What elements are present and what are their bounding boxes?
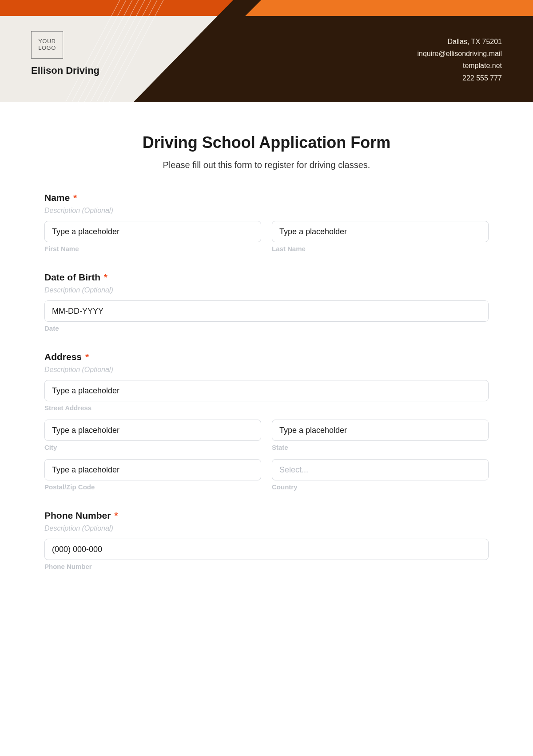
name-label: Name * (44, 192, 489, 203)
contact-phone: 222 555 777 (417, 72, 502, 84)
phone-label: Phone Number * (44, 510, 489, 521)
section-dob: Date of Birth * Description (Optional) D… (44, 272, 489, 332)
required-mark: * (73, 192, 77, 203)
required-mark: * (104, 272, 107, 282)
section-phone: Phone Number * Description (Optional) Ph… (44, 510, 489, 570)
page-header: YOUR LOGO Ellison Driving Dallas, TX 752… (0, 0, 533, 102)
dob-sublabel: Date (44, 324, 489, 332)
contact-website: template.net (417, 60, 502, 72)
name-label-text: Name (44, 192, 70, 203)
last-name-input[interactable] (272, 221, 489, 242)
first-name-input[interactable] (44, 221, 261, 242)
address-description: Description (Optional) (44, 366, 489, 374)
street-address-input[interactable] (44, 380, 489, 401)
dob-label-text: Date of Birth (44, 272, 100, 282)
section-address: Address * Description (Optional) Street … (44, 352, 489, 491)
city-sublabel: City (44, 444, 261, 451)
logo-block: YOUR LOGO Ellison Driving (31, 31, 99, 76)
postal-sublabel: Postal/Zip Code (44, 483, 261, 491)
dob-description: Description (Optional) (44, 286, 489, 294)
section-name: Name * Description (Optional) First Name… (44, 192, 489, 252)
first-name-sublabel: First Name (44, 245, 261, 252)
contact-address: Dallas, TX 75201 (417, 36, 502, 48)
name-description: Description (Optional) (44, 207, 489, 215)
address-label: Address * (44, 352, 489, 362)
state-input[interactable] (272, 420, 489, 441)
contact-info: Dallas, TX 75201 inquire@ellisondriving.… (417, 36, 502, 84)
form-subtitle: Please fill out this form to register fo… (44, 160, 489, 170)
country-sublabel: Country (272, 483, 489, 491)
form-title: Driving School Application Form (44, 133, 489, 152)
dob-input[interactable] (44, 300, 489, 322)
last-name-sublabel: Last Name (272, 245, 489, 252)
address-label-text: Address (44, 352, 82, 362)
street-sublabel: Street Address (44, 404, 489, 412)
postal-input[interactable] (44, 459, 261, 480)
logo-placeholder: YOUR LOGO (31, 31, 63, 59)
required-mark: * (85, 352, 89, 362)
phone-description: Description (Optional) (44, 524, 489, 532)
country-select[interactable]: Select... (272, 459, 489, 480)
phone-sublabel: Phone Number (44, 563, 489, 570)
contact-email: inquire@ellisondriving.mail (417, 48, 502, 60)
city-input[interactable] (44, 420, 261, 441)
required-mark: * (114, 510, 118, 520)
dob-label: Date of Birth * (44, 272, 489, 283)
state-sublabel: State (272, 444, 489, 451)
phone-input[interactable] (44, 539, 489, 560)
form-container: Driving School Application Form Please f… (0, 102, 533, 600)
company-name: Ellison Driving (31, 65, 99, 76)
phone-label-text: Phone Number (44, 510, 111, 520)
